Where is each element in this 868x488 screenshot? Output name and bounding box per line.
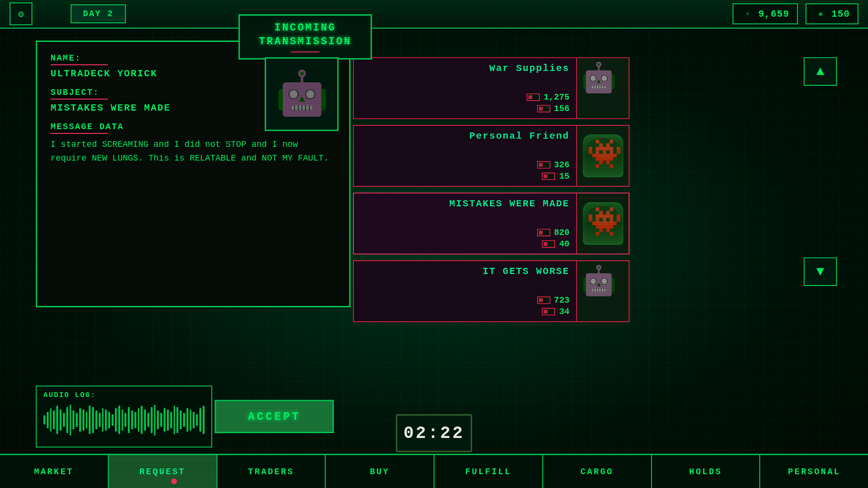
- request-credits: 326: [554, 160, 569, 170]
- cargo-pip: [542, 308, 555, 315]
- wave-bar: [174, 406, 176, 434]
- wave-bar: [63, 413, 65, 427]
- request-content: IT GETS WORSE 723 34: [354, 261, 576, 321]
- timer-display: 02:22: [396, 414, 472, 452]
- request-portrait: [576, 126, 629, 186]
- request-title: Personal Friend: [361, 131, 569, 142]
- nav-button-fulfill[interactable]: FULFILL: [434, 455, 543, 488]
- transmission-box: INCOMINGTRANSMISSION: [238, 14, 372, 60]
- cargo-value: 150: [831, 9, 850, 20]
- cargo-stat-row: 156: [537, 104, 569, 113]
- nav-badge: [171, 478, 177, 484]
- nav-button-cargo[interactable]: CARGO: [543, 455, 652, 488]
- wave-bar: [122, 409, 124, 431]
- request-stats: 1,275 156: [361, 92, 569, 113]
- credits-pip: [537, 296, 550, 304]
- credits-pip: [527, 93, 540, 101]
- wave-bar: [99, 413, 101, 427]
- scroll-up-button[interactable]: ▲: [804, 57, 837, 86]
- wave-bar: [167, 409, 169, 431]
- request-item[interactable]: Personal Friend 326 15: [353, 125, 630, 187]
- nav-button-market[interactable]: MARKET: [0, 455, 109, 488]
- wave-bar: [43, 415, 45, 425]
- bottom-nav: MARKETREQUESTTRADERSBUYFULFILLCARGOHOLDS…: [0, 454, 868, 488]
- credits-stat-row: 326: [537, 160, 569, 170]
- nav-button-request[interactable]: REQUEST: [109, 455, 217, 488]
- credits-pip: [537, 161, 550, 169]
- wave-bar: [128, 407, 130, 433]
- wave-bar: [147, 413, 149, 427]
- request-stats: 723 34: [361, 295, 569, 316]
- sender-avatar: 🤖: [265, 57, 339, 131]
- request-item[interactable]: IT GETS WORSE 723 34: [353, 260, 630, 322]
- credits-pip: [537, 229, 550, 236]
- requests-panel: War Supplies 1,275 156 Personal Friend: [353, 57, 630, 328]
- cargo-stat-row: 15: [542, 172, 569, 181]
- wave-bar: [160, 413, 162, 427]
- wave-bar: [92, 407, 94, 433]
- cargo-pip: [542, 173, 555, 180]
- wave-bar: [108, 412, 110, 428]
- request-portrait: [576, 193, 629, 254]
- wave-bar: [141, 406, 143, 434]
- request-content: War Supplies 1,275 156: [354, 58, 576, 118]
- credits-stat-row: 820: [537, 228, 569, 237]
- request-title: MISTAKES WERE MADE: [361, 198, 569, 209]
- nav-button-traders[interactable]: TRADERS: [217, 455, 326, 488]
- top-bar: ⚙ DAY 2 ⚡ 9,659 ◈ 150: [0, 0, 868, 29]
- wave-bar: [186, 408, 188, 432]
- credits-stat-row: 723: [537, 295, 569, 305]
- request-cargo: 40: [559, 239, 569, 249]
- request-credits: 723: [554, 295, 569, 305]
- request-cargo: 15: [559, 172, 569, 181]
- cargo-stat-row: 40: [542, 239, 569, 249]
- wave-bar: [176, 407, 178, 433]
- wave-bar: [115, 408, 117, 432]
- request-title: War Supplies: [361, 63, 569, 74]
- wave-bar: [102, 408, 104, 432]
- wave-bar: [72, 410, 74, 429]
- cargo-icon: ◈: [814, 7, 827, 20]
- settings-button[interactable]: ⚙: [10, 2, 32, 25]
- transmission-title: INCOMINGTRANSMISSION: [248, 21, 363, 49]
- body-text: I started SCREAMING and I did not STOP a…: [51, 138, 336, 165]
- cargo-stat-row: 34: [542, 307, 569, 316]
- request-content: MISTAKES WERE MADE 820 40: [354, 193, 576, 254]
- nav-button-personal[interactable]: PERSONAL: [760, 455, 868, 488]
- scroll-down-button[interactable]: ▼: [804, 257, 837, 286]
- day-badge: DAY 2: [71, 4, 126, 23]
- wave-bar: [190, 409, 192, 431]
- wave-bar: [144, 409, 146, 431]
- request-cargo: 156: [554, 104, 569, 113]
- wave-bar: [53, 410, 55, 429]
- wave-bar: [124, 413, 126, 427]
- avatar-image: 🤖: [275, 68, 329, 121]
- wave-bar: [157, 410, 159, 429]
- wave-bar: [183, 413, 185, 427]
- wave-bar: [180, 410, 182, 429]
- credits-stat-row: 1,275: [527, 92, 569, 102]
- cargo-pip: [537, 105, 550, 112]
- request-portrait: [576, 58, 629, 118]
- wave-bar: [50, 408, 52, 432]
- request-item[interactable]: MISTAKES WERE MADE 820 40: [353, 193, 630, 254]
- wave-bar: [83, 409, 84, 431]
- accept-button[interactable]: ACCEPT: [215, 400, 334, 433]
- request-content: Personal Friend 326 15: [354, 126, 576, 186]
- wave-bar: [105, 409, 107, 431]
- nav-button-holds[interactable]: HOLDS: [652, 455, 761, 488]
- request-item[interactable]: War Supplies 1,275 156: [353, 57, 630, 119]
- request-cargo: 34: [559, 307, 569, 316]
- wave-bar: [196, 414, 198, 426]
- audio-waveform: [43, 403, 205, 437]
- audio-log-label: AUDIO LOG:: [43, 391, 205, 399]
- wave-bar: [86, 412, 88, 428]
- wave-bar: [151, 407, 153, 433]
- wave-bar: [70, 405, 72, 436]
- nav-button-buy[interactable]: BUY: [326, 455, 434, 488]
- wave-bar: [199, 408, 201, 432]
- cargo-pip: [542, 240, 555, 248]
- request-portrait: [576, 261, 629, 321]
- scroll-controls: ▲ ▼: [801, 57, 839, 286]
- wave-bar: [112, 414, 114, 426]
